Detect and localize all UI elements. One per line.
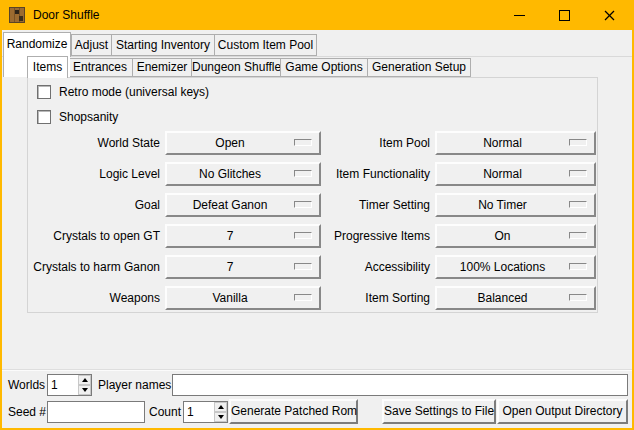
minimize-button[interactable] xyxy=(497,0,542,30)
arrow-up-icon xyxy=(218,405,224,409)
worlds-spinner[interactable] xyxy=(47,374,92,396)
close-icon xyxy=(604,10,615,21)
seed-label: Seed # xyxy=(8,401,46,423)
count-label: Count xyxy=(149,401,181,423)
tab-game-options[interactable]: Game Options xyxy=(280,58,368,77)
tab-dungeon-shuffle[interactable]: Dungeon Shuffle xyxy=(191,58,281,77)
title-bar[interactable]: Door Shuffle xyxy=(0,0,634,30)
bottom-separator xyxy=(2,369,632,371)
tab-starting-inventory[interactable]: Starting Inventory xyxy=(111,34,215,56)
tab-enemizer[interactable]: Enemizer xyxy=(132,58,192,77)
tab-custom-item-pool[interactable]: Custom Item Pool xyxy=(214,34,317,56)
open-output-directory-button[interactable]: Open Output Directory xyxy=(497,399,628,424)
tab-randomize[interactable]: Randomize xyxy=(3,32,71,57)
arrow-down-icon xyxy=(218,415,224,419)
count-spin-down-button[interactable] xyxy=(214,412,227,422)
worlds-value[interactable] xyxy=(48,375,79,395)
maximize-button[interactable] xyxy=(542,0,587,30)
window-title: Door Shuffle xyxy=(33,0,100,30)
maximize-icon xyxy=(559,10,570,21)
tab-adjust[interactable]: Adjust xyxy=(71,34,112,56)
client-area: Randomize Adjust Starting Inventory Cust… xyxy=(2,30,632,428)
seed-input[interactable] xyxy=(47,401,145,423)
minimize-icon xyxy=(514,15,525,16)
tab-generation-setup[interactable]: Generation Setup xyxy=(367,58,471,77)
player-names-label: Player names xyxy=(98,374,171,396)
tab-divider xyxy=(2,56,632,57)
player-names-input[interactable] xyxy=(172,374,628,396)
door-shuffle-window: Door Shuffle Randomize Adjust Starting I… xyxy=(0,0,634,430)
tab-entrances[interactable]: Entrances xyxy=(67,58,133,77)
count-spinner[interactable] xyxy=(183,401,228,423)
generate-patched-rom-button[interactable]: Generate Patched Rom xyxy=(229,399,358,424)
close-button[interactable] xyxy=(587,0,632,30)
worlds-spin-down-button[interactable] xyxy=(78,385,91,395)
count-value[interactable] xyxy=(184,402,215,422)
save-settings-button[interactable]: Save Settings to File xyxy=(382,399,496,424)
worlds-label: Worlds xyxy=(8,374,45,396)
arrow-down-icon xyxy=(82,388,88,392)
door-icon xyxy=(9,7,25,23)
items-pane xyxy=(27,77,598,313)
worlds-spin-up-button[interactable] xyxy=(78,375,91,385)
tab-items[interactable]: Items xyxy=(27,56,68,78)
arrow-up-icon xyxy=(82,378,88,382)
count-spin-up-button[interactable] xyxy=(214,402,227,412)
